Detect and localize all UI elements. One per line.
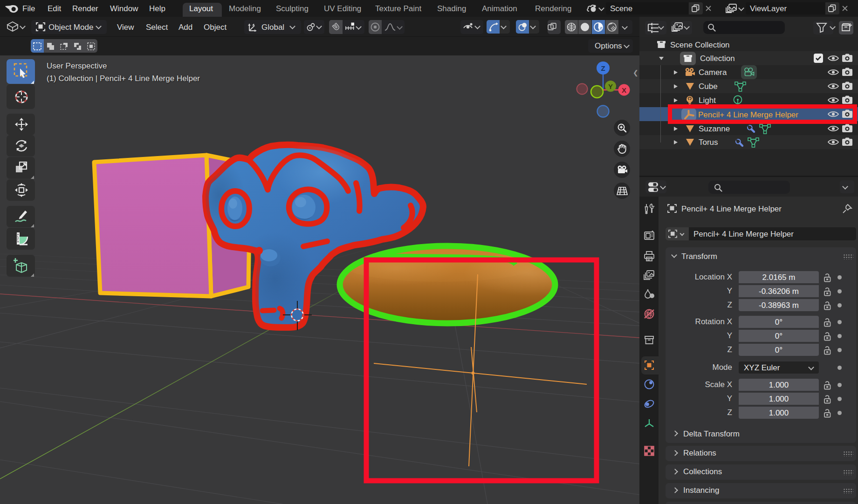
svg-text:Z: Z xyxy=(601,64,605,72)
svg-text:X: X xyxy=(622,86,626,94)
svg-text:Y: Y xyxy=(608,82,613,90)
